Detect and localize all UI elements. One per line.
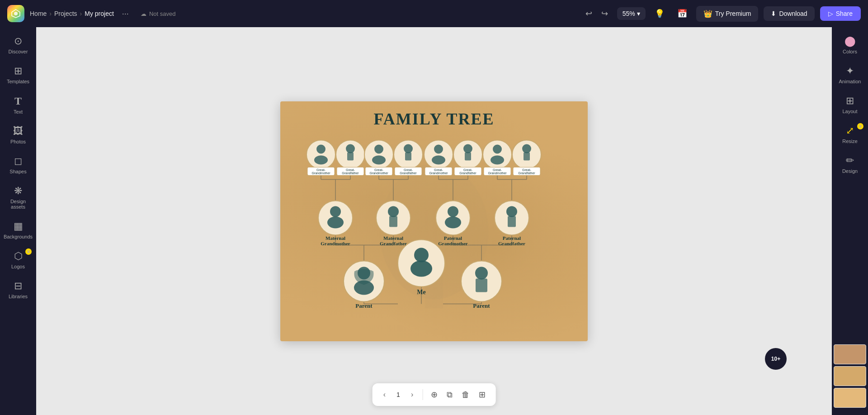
share-label: Share	[836, 10, 853, 17]
svg-text:Great-: Great-	[522, 168, 532, 171]
templates-icon: ⊞	[14, 65, 22, 77]
thumbnail-1[interactable]	[834, 344, 866, 364]
svg-text:Grandfather: Grandfather	[518, 171, 535, 174]
svg-point-36	[314, 155, 328, 164]
schedule-button[interactable]: 📅	[674, 6, 691, 21]
download-button[interactable]: ⬇ Download	[764, 6, 814, 21]
svg-point-71	[493, 144, 502, 153]
undo-button[interactable]: ↩	[582, 6, 596, 21]
share-button[interactable]: ▷ Share	[820, 6, 861, 21]
sidebar-item-discover[interactable]: ⊙ Discover	[2, 31, 34, 59]
download-icon: ⬇	[771, 10, 776, 17]
share-icon: ▷	[828, 10, 833, 17]
svg-text:Grandmother: Grandmother	[438, 240, 468, 246]
svg-text:Maternal: Maternal	[326, 235, 345, 240]
bottom-toolbar: ‹ 1 › ⊕ ⧉ 🗑 ⊞	[373, 383, 496, 406]
svg-rect-42	[347, 152, 354, 160]
zoom-control[interactable]: 55% ▾	[617, 7, 646, 20]
svg-text:Parent: Parent	[355, 302, 373, 309]
sidebar-item-photos[interactable]: 🖼 Photos	[2, 121, 34, 149]
duplicate-page-button[interactable]: ⧉	[444, 387, 455, 402]
project-name: My project	[85, 10, 114, 17]
svg-text:Great-: Great-	[404, 168, 413, 171]
canvas-design[interactable]: FAMILY TREE	[280, 101, 588, 341]
canvas-area[interactable]: FAMILY TREE	[36, 27, 832, 415]
right-sidebar-item-animation[interactable]: ✦ Animation	[834, 61, 866, 89]
logos-crown-badge: ♛	[25, 248, 32, 255]
ten-plus-badge[interactable]: 10+	[765, 348, 787, 370]
family-tree-diagram: Great- Grandmother Great- Grandfather Gr…	[280, 126, 588, 341]
svg-text:Grandmother: Grandmother	[311, 171, 330, 174]
toolbar-separator-1	[422, 389, 423, 400]
svg-point-77	[522, 144, 531, 153]
add-page-button[interactable]: ⊕	[428, 387, 440, 402]
svg-point-34	[307, 140, 335, 169]
svg-point-35	[316, 144, 326, 153]
cloud-icon: ☁	[141, 10, 146, 17]
colors-label: Colors	[843, 49, 857, 54]
delete-page-button[interactable]: 🗑	[459, 387, 472, 402]
grid-view-button[interactable]: ⊞	[476, 387, 488, 402]
sidebar-item-backgrounds[interactable]: ▦ Backgrounds	[2, 216, 34, 244]
svg-point-46	[364, 140, 393, 169]
save-status: Not saved	[149, 10, 176, 17]
right-sidebar-item-design[interactable]: ✏ Design	[834, 150, 866, 178]
logos-icon: ⬡	[14, 250, 23, 262]
zoom-chevron-icon: ▾	[637, 10, 640, 17]
svg-text:Grandmother: Grandmother	[369, 171, 388, 174]
sidebar-backgrounds-label: Backgrounds	[4, 234, 33, 239]
right-sidebar-item-layout[interactable]: ⊞ Layout	[834, 91, 866, 119]
thumbnail-strip	[832, 341, 868, 411]
more-button[interactable]: ···	[119, 8, 132, 19]
thumbnail-3[interactable]	[834, 388, 866, 408]
svg-point-83	[330, 206, 341, 217]
svg-point-98	[506, 206, 517, 217]
svg-text:Great-: Great-	[316, 168, 326, 171]
projects-link[interactable]: Projects	[54, 10, 77, 17]
sidebar-item-logos[interactable]: ⬡ Logos ♛	[2, 246, 34, 274]
try-premium-button[interactable]: 👑 Try Premium	[696, 6, 759, 22]
svg-text:Paternal: Paternal	[503, 235, 521, 240]
next-page-button[interactable]: ›	[407, 389, 417, 401]
redo-button[interactable]: ↪	[598, 6, 612, 21]
svg-text:Parent: Parent	[473, 302, 490, 309]
svg-rect-66	[465, 152, 471, 160]
right-sidebar-item-colors[interactable]: ⬤ Colors	[834, 31, 866, 59]
breadcrumb-sep1: ›	[49, 10, 52, 17]
libraries-icon: ⊟	[14, 280, 22, 292]
svg-text:Me: Me	[417, 288, 425, 295]
svg-point-59	[434, 144, 443, 153]
svg-rect-108	[476, 278, 487, 292]
prev-page-button[interactable]: ‹	[380, 389, 389, 401]
svg-point-88	[388, 206, 399, 217]
resize-label: Resize	[842, 138, 858, 144]
sidebar-item-libraries[interactable]: ⊟ Libraries	[2, 276, 34, 304]
sidebar-item-design-assets[interactable]: ❋ Design assets	[2, 181, 34, 214]
sidebar-item-templates[interactable]: ⊞ Templates	[2, 61, 34, 89]
premium-label: Try Premium	[715, 10, 751, 17]
svg-point-70	[483, 140, 512, 169]
svg-rect-99	[508, 216, 516, 227]
svg-text:Great-: Great-	[463, 168, 473, 171]
animation-icon: ✦	[846, 65, 854, 77]
tips-button[interactable]: 💡	[651, 6, 668, 21]
sidebar-discover-label: Discover	[9, 49, 28, 54]
right-sidebar-item-resize[interactable]: ⤢ Resize ♛	[834, 120, 866, 148]
right-sidebar: ⬤ Colors ✦ Animation ⊞ Layout ⤢ Resize ♛…	[832, 27, 868, 415]
svg-point-60	[432, 155, 445, 164]
discover-icon: ⊙	[14, 35, 22, 47]
svg-point-58	[424, 140, 453, 169]
sidebar-item-text[interactable]: T Text	[2, 91, 34, 119]
colors-icon: ⬤	[844, 35, 856, 47]
home-link[interactable]: Home	[30, 10, 47, 17]
breadcrumb-sep2: ›	[80, 10, 82, 17]
svg-point-41	[346, 144, 355, 153]
thumbnail-2[interactable]	[834, 366, 866, 386]
sidebar-item-shapes[interactable]: ◻ Shapes	[2, 151, 34, 179]
sidebar-text-label: Text	[14, 109, 23, 114]
layout-icon: ⊞	[846, 95, 854, 107]
breadcrumb: Home › Projects › My project	[30, 10, 114, 17]
app-logo[interactable]	[7, 5, 24, 22]
svg-point-94	[445, 216, 461, 228]
svg-point-53	[404, 144, 413, 153]
